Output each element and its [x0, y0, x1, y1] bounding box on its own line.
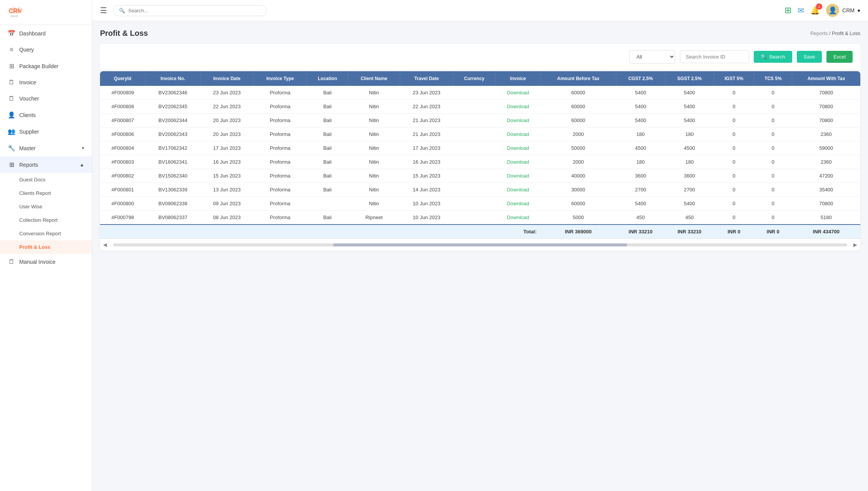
th-tcs: TCS 5%: [754, 71, 792, 86]
client-name: Nitin: [348, 155, 400, 169]
user-name: CRM: [842, 7, 855, 13]
sidebar-sub-item-conversion-report[interactable]: Conversion Report: [0, 227, 92, 240]
invoice-type-filter[interactable]: All Proforma Tax Invoice Credit Note: [629, 50, 675, 64]
sidebar-sub-item-user-wise[interactable]: User Wise: [0, 200, 92, 213]
invoice[interactable]: Download: [496, 127, 541, 141]
scroll-left-arrow[interactable]: ◀: [100, 241, 110, 248]
query-id: #F000798: [100, 211, 145, 225]
download-link[interactable]: Download: [507, 173, 529, 179]
tcs: 0: [754, 211, 792, 225]
voucher-icon: 🗒: [8, 95, 15, 102]
scroll-thumb[interactable]: [333, 243, 627, 246]
download-link[interactable]: Download: [507, 104, 529, 109]
download-link[interactable]: Download: [507, 214, 529, 220]
download-link[interactable]: Download: [507, 159, 529, 165]
scroll-right-arrow[interactable]: ▶: [850, 241, 860, 248]
igst: 0: [714, 100, 754, 114]
amount-before-tax: 60000: [541, 197, 616, 211]
igst: 0: [714, 127, 754, 141]
igst: 0: [714, 114, 754, 127]
master-chevron: ▾: [82, 146, 84, 151]
total-tcs: INR 0: [754, 225, 792, 238]
sidebar-item-dashboard[interactable]: 📅 Dashboard: [0, 25, 92, 42]
table-scroll-area[interactable]: QueryId Invoice No. Invoice Date Invoice…: [100, 71, 860, 238]
query-id: #F000801: [100, 183, 145, 197]
sidebar-sub-item-collection-report[interactable]: Collection Report: [0, 213, 92, 227]
sidebar: CRM ™ travel 📅 Dashboard ≡ Query ⊞ Packa…: [0, 0, 92, 491]
igst: 0: [714, 155, 754, 169]
invoice-date: 20 Jun 2023: [200, 114, 254, 127]
invoice-type: Proforma: [253, 100, 307, 114]
sidebar-item-supplier[interactable]: 👥 Supplier: [0, 123, 92, 140]
totals-row: Total: INR 369000 INR 33210 INR 33210 IN…: [100, 225, 860, 238]
location: Bali: [307, 100, 348, 114]
invoice-no: BV20062343: [145, 127, 200, 141]
table-row: #F000808BV2206234522 Jun 2023ProformaBal…: [100, 100, 860, 114]
sidebar-sub-item-guest-docs[interactable]: Guest Docs: [0, 173, 92, 186]
notification-icon[interactable]: 🔔 2: [810, 6, 820, 15]
sidebar-item-master[interactable]: 🔧 Master ▾: [0, 140, 92, 156]
invoice[interactable]: Download: [496, 100, 541, 114]
invoice-type: Proforma: [253, 155, 307, 169]
invoice[interactable]: Download: [496, 211, 541, 225]
search-button[interactable]: 🔍 Search: [754, 51, 792, 63]
invoice-no: BV17062342: [145, 141, 200, 155]
sidebar-item-voucher[interactable]: 🗒 Voucher: [0, 90, 92, 107]
client-name: Nitin: [348, 86, 400, 100]
download-link[interactable]: Download: [507, 187, 529, 193]
th-location: Location: [307, 71, 348, 86]
sidebar-item-query[interactable]: ≡ Query: [0, 42, 92, 58]
user-menu[interactable]: 👤 CRM ▾: [826, 4, 860, 17]
th-amount-before-tax: Amount Before Tax: [541, 71, 616, 86]
sidebar-item-manual-invoice[interactable]: 🗒 Manual Invoice: [0, 254, 92, 270]
th-invoice: Invoice: [496, 71, 541, 86]
travel-date: 14 Jun 2023: [400, 183, 453, 197]
hamburger-button[interactable]: ☰: [100, 6, 107, 15]
currency: [453, 127, 496, 141]
invoice[interactable]: Download: [496, 169, 541, 183]
download-link[interactable]: Download: [507, 131, 529, 137]
save-button[interactable]: Save: [797, 51, 822, 63]
invoice-search-input[interactable]: [680, 50, 749, 63]
sidebar-sub-item-profit-loss[interactable]: Profit & Loss: [0, 240, 92, 254]
supplier-icon: 👥: [8, 128, 15, 135]
igst: 0: [714, 211, 754, 225]
sidebar-item-invoice[interactable]: 🗒 Invoice: [0, 74, 92, 90]
invoice[interactable]: Download: [496, 183, 541, 197]
invoice[interactable]: Download: [496, 197, 541, 211]
breadcrumb-reports[interactable]: Reports: [810, 30, 828, 36]
tcs: 0: [754, 86, 792, 100]
data-table-container: QueryId Invoice No. Invoice Date Invoice…: [100, 71, 860, 251]
sidebar-item-package-builder[interactable]: ⊞ Package Builder: [0, 58, 92, 74]
download-link[interactable]: Download: [507, 117, 529, 123]
cgst: 2700: [616, 183, 665, 197]
email-icon[interactable]: ✉: [798, 6, 804, 15]
client-name: Ripneet: [348, 211, 400, 225]
content-area: Profit & Loss Reports / Profit & Loss Al…: [92, 21, 868, 491]
invoice[interactable]: Download: [496, 155, 541, 169]
scroll-track[interactable]: [113, 243, 847, 246]
invoice[interactable]: Download: [496, 114, 541, 127]
client-name: Nitin: [348, 127, 400, 141]
invoice[interactable]: Download: [496, 86, 541, 100]
sidebar-sub-item-clients-report[interactable]: Clients Report: [0, 186, 92, 200]
invoice[interactable]: Download: [496, 141, 541, 155]
amount-before-tax: 60000: [541, 100, 616, 114]
currency: [453, 183, 496, 197]
download-link[interactable]: Download: [507, 145, 529, 151]
cgst: 180: [616, 127, 665, 141]
cgst: 3600: [616, 169, 665, 183]
global-search-box[interactable]: 🔍: [113, 5, 267, 16]
download-link[interactable]: Download: [507, 90, 529, 96]
download-link[interactable]: Download: [507, 201, 529, 206]
topbar: ☰ 🔍 ⊞ ✉ 🔔 2 👤 CRM ▾: [92, 0, 868, 21]
add-icon[interactable]: ⊞: [785, 5, 791, 15]
excel-button[interactable]: Excel: [826, 51, 853, 63]
cgst: 5400: [616, 197, 665, 211]
sidebar-reports-section[interactable]: ⊞ Reports ▲: [0, 156, 92, 173]
global-search-input[interactable]: [128, 8, 261, 13]
invoice-date: 16 Jun 2023: [200, 155, 254, 169]
sidebar-item-clients[interactable]: 👤 Clients: [0, 107, 92, 123]
currency: [453, 114, 496, 127]
invoice-date: 22 Jun 2023: [200, 100, 254, 114]
